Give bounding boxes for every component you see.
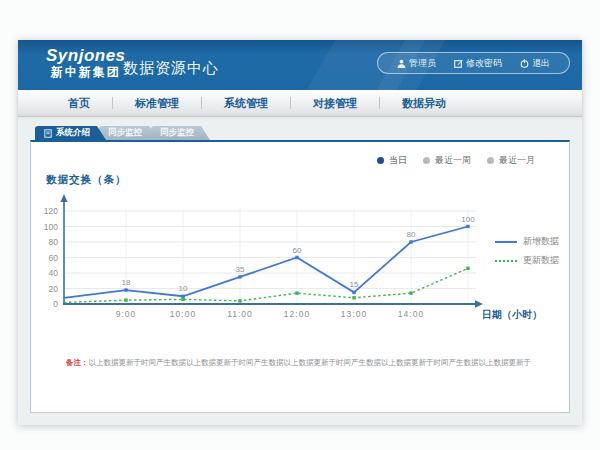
nav-item-1[interactable]: 标准管理 <box>113 96 201 111</box>
doc-icon <box>44 129 52 138</box>
user-action-label: 管理员 <box>409 57 436 70</box>
svg-text:14:00: 14:00 <box>398 309 424 319</box>
radio-dot-icon <box>423 157 430 164</box>
tab-label: 同步监控 <box>160 127 194 139</box>
footnote: 备注：以上数据更新于时间产生数据以上数据更新于时间产生数据以上数据更新于时间产生… <box>66 358 557 368</box>
user-action-label: 退出 <box>532 57 550 70</box>
svg-text:80: 80 <box>49 237 59 247</box>
svg-text:100: 100 <box>461 215 475 224</box>
legend-item-0[interactable]: 新增数据 <box>495 232 559 251</box>
svg-text:9:00: 9:00 <box>116 309 137 319</box>
legend-label: 更新数据 <box>523 254 559 267</box>
window-footer <box>18 413 582 425</box>
user-action-user[interactable]: 管理员 <box>388 57 445 70</box>
radio-option-1[interactable]: 最近一周 <box>423 154 471 167</box>
brand-logo-subtext: 新中新集团 <box>46 65 126 80</box>
svg-text:15: 15 <box>350 280 359 289</box>
legend-label: 新增数据 <box>523 235 559 248</box>
nav-item-0[interactable]: 首页 <box>46 96 112 111</box>
svg-text:10: 10 <box>179 284 188 293</box>
radio-dot-icon <box>377 157 384 164</box>
tab-1[interactable]: 同步监控 <box>99 126 158 140</box>
radio-option-0[interactable]: 当日 <box>377 154 407 167</box>
svg-text:20: 20 <box>49 284 59 294</box>
nav-item-3[interactable]: 对接管理 <box>291 96 379 111</box>
svg-text:18: 18 <box>122 278 131 287</box>
radio-dot-icon <box>487 157 494 164</box>
legend-swatch-icon <box>495 241 517 243</box>
nav-item-4[interactable]: 数据异动 <box>380 96 468 111</box>
tab-2[interactable]: 同步监控 <box>151 126 210 140</box>
app-header: Synjones 新中新集团 数据资源中心 管理员修改密码退出 <box>18 40 582 90</box>
power-icon <box>520 59 529 68</box>
chart-legend: 新增数据更新数据 <box>495 232 559 270</box>
svg-text:80: 80 <box>407 230 416 239</box>
time-range-filter: 当日最近一周最近一月 <box>377 154 535 167</box>
main-nav: 首页标准管理系统管理对接管理数据异动 <box>18 90 582 117</box>
radio-option-2[interactable]: 最近一月 <box>487 154 535 167</box>
user-icon <box>397 59 406 68</box>
legend-item-1[interactable]: 更新数据 <box>495 251 559 270</box>
svg-text:13:00: 13:00 <box>341 309 367 319</box>
legend-swatch-icon <box>495 260 517 262</box>
app-window: Synjones 新中新集团 数据资源中心 管理员修改密码退出 首页标准管理系统… <box>18 40 582 425</box>
line-chart: 0204060801001209:0010:0011:0012:0013:001… <box>31 187 571 337</box>
svg-text:日期（小时）: 日期（小时） <box>482 309 542 320</box>
svg-text:100: 100 <box>44 222 58 232</box>
svg-text:10:00: 10:00 <box>170 309 196 319</box>
footnote-text: 以上数据更新于时间产生数据以上数据更新于时间产生数据以上数据更新于时间产生数据以… <box>89 358 532 367</box>
y-axis-title: 数据交换（条） <box>46 173 127 187</box>
nav-item-2[interactable]: 系统管理 <box>202 96 290 111</box>
tab-label: 同步监控 <box>108 127 142 139</box>
user-toolbar: 管理员修改密码退出 <box>377 52 570 74</box>
user-action-label: 修改密码 <box>466 57 502 70</box>
tab-bar: 系统介绍同步监控同步监控 <box>35 126 210 140</box>
footnote-label: 备注： <box>66 358 89 367</box>
radio-label: 最近一周 <box>435 154 471 167</box>
radio-label: 当日 <box>389 154 407 167</box>
svg-text:60: 60 <box>49 253 59 263</box>
radio-label: 最近一月 <box>499 154 535 167</box>
edit-icon <box>454 59 463 68</box>
svg-text:12:00: 12:00 <box>284 309 310 319</box>
tab-0[interactable]: 系统介绍 <box>35 126 106 140</box>
tab-label: 系统介绍 <box>56 127 90 139</box>
svg-text:0: 0 <box>53 299 58 309</box>
svg-text:60: 60 <box>293 246 302 255</box>
user-action-edit[interactable]: 修改密码 <box>445 57 511 70</box>
page-title: 数据资源中心 <box>123 59 219 78</box>
brand-logo: Synjones 新中新集团 <box>46 46 126 80</box>
svg-text:40: 40 <box>49 268 59 278</box>
content-panel: 当日最近一周最近一月 数据交换（条） 0204060801001209:0010… <box>30 140 570 413</box>
svg-text:35: 35 <box>236 265 245 274</box>
brand-logo-text: Synjones <box>46 46 126 65</box>
svg-text:120: 120 <box>44 206 58 216</box>
user-action-power[interactable]: 退出 <box>511 57 559 70</box>
svg-text:11:00: 11:00 <box>227 309 253 319</box>
